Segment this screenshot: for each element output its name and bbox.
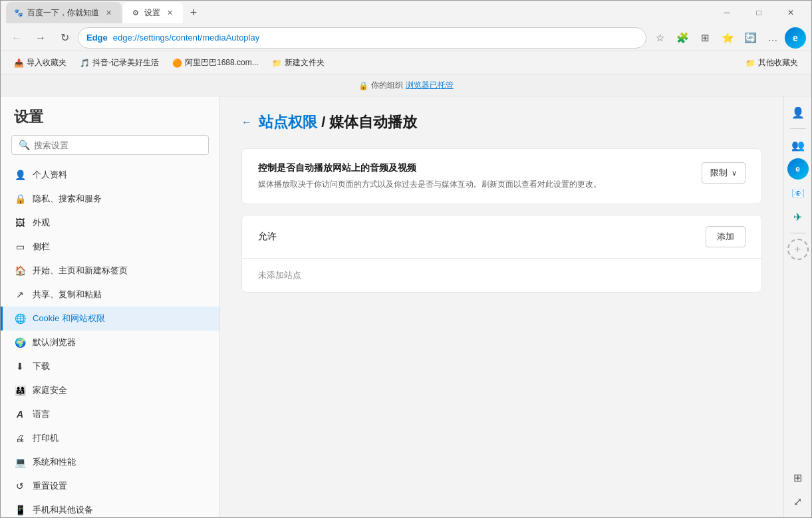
back-to-site-permissions[interactable]: ← — [241, 116, 252, 128]
new-tab-button[interactable]: + — [184, 3, 203, 22]
family-label: 家庭安全 — [33, 384, 67, 396]
language-label: 语言 — [33, 408, 50, 420]
mobile-label: 手机和其他设备 — [33, 504, 93, 516]
bookmarks-bar: 📥 导入收藏夹 🎵 抖音-记录美好生活 🟠 阿里巴巴1688.com... 📁 … — [1, 51, 811, 75]
minimize-button[interactable]: ─ — [712, 2, 742, 23]
bookmark-folder-label: 新建文件夹 — [285, 57, 325, 68]
cookies-label: Cookie 和网站权限 — [33, 313, 105, 324]
sidebar-item-privacy[interactable]: 🔒 隐私、搜索和服务 — [1, 187, 219, 211]
bookmark-import-label: 导入收藏夹 — [27, 57, 67, 68]
rt-teams-button[interactable]: ✈ — [787, 206, 809, 227]
profile-button[interactable]: 🔄 — [740, 27, 761, 49]
more-button[interactable]: … — [762, 27, 783, 49]
bookmark-other-icon: 📁 — [745, 59, 755, 68]
org-link[interactable]: 浏览器已托管 — [406, 80, 454, 91]
sidebar-item-mobile[interactable]: 📱 手机和其他设备 — [1, 498, 219, 517]
sidebar-item-print[interactable]: 🖨 打印机 — [1, 426, 219, 450]
browser-frame: 🐾 百度一下，你就知道 ✕ ⚙ 设置 ✕ + ─ □ ✕ ← → ↻ Edge … — [0, 0, 812, 518]
search-box[interactable]: 🔍 — [11, 135, 209, 155]
tab-baidu[interactable]: 🐾 百度一下，你就知道 ✕ — [6, 2, 122, 23]
bookmark-folder[interactable]: 📁 新建文件夹 — [267, 55, 330, 71]
sidebar-item-appearance[interactable]: 🖼 外观 — [1, 211, 219, 235]
tab-settings-title: 设置 — [144, 7, 160, 19]
sidebar-item-family[interactable]: 👨‍👩‍👧 家庭安全 — [1, 378, 219, 402]
rt-expand-button[interactable]: ⤢ — [787, 491, 809, 512]
rt-separator-2 — [790, 233, 806, 233]
maximize-button[interactable]: □ — [744, 2, 774, 23]
dropdown-label: 限制 — [710, 167, 728, 179]
main-area: 设置 🔍 👤 个人资料 🔒 隐私、搜索和服务 🖼 外观 ▭ 侧栏 — [1, 96, 811, 517]
sidebar-logo: 设置 — [1, 96, 219, 135]
bookmark-alibaba[interactable]: 🟠 阿里巴巴1688.com... — [167, 55, 264, 71]
allow-section: 允许 添加 未添加站点 — [241, 215, 762, 293]
rt-add-button[interactable]: + — [787, 239, 809, 260]
autoplay-dropdown[interactable]: 限制 ∨ — [702, 162, 745, 184]
sidebar-item-sidebar[interactable]: ▭ 侧栏 — [1, 235, 219, 259]
add-site-button[interactable]: 添加 — [706, 226, 745, 247]
rt-outlook-button[interactable]: 📧 — [787, 182, 809, 203]
back-button[interactable]: ← — [6, 27, 27, 49]
edge-logo: e — [785, 27, 806, 49]
bookmark-other[interactable]: 📁 其他收藏夹 — [740, 55, 803, 71]
collections-button[interactable]: ⊞ — [694, 27, 716, 49]
bookmark-import[interactable]: 📥 导入收藏夹 — [9, 55, 72, 71]
privacy-icon: 🔒 — [14, 193, 26, 205]
toolbar: ← → ↻ Edge edge://settings/content/media… — [1, 25, 811, 51]
print-icon: 🖨 — [14, 432, 26, 444]
tab-bar: 🐾 百度一下，你就知道 ✕ ⚙ 设置 ✕ + — [6, 2, 708, 23]
address-bar[interactable]: Edge edge://settings/content/mediaAutopl… — [78, 27, 646, 49]
bookmarks-right: 📁 其他收藏夹 — [740, 55, 803, 71]
sidebar-item-download[interactable]: ⬇ 下载 — [1, 354, 219, 378]
org-lock-icon: 🔒 — [358, 81, 368, 90]
bookmark-other-label: 其他收藏夹 — [758, 57, 798, 68]
allow-title: 允许 — [258, 231, 277, 243]
bookmark-douyin[interactable]: 🎵 抖音-记录美好生活 — [74, 55, 164, 71]
share-icon: ↗ — [14, 289, 26, 301]
control-card-row: 控制是否自动播放网站上的音频及视频 媒体播放取决于你访问页面的方式以及你过去是否… — [258, 162, 745, 190]
control-card-description: 媒体播放取决于你访问页面的方式以及你过去是否与媒体互动。刷新页面以查看对此设置的… — [258, 178, 601, 190]
rt-edge-button[interactable]: e — [787, 158, 809, 180]
tab-baidu-close[interactable]: ✕ — [103, 7, 114, 18]
family-icon: 👨‍👩‍👧 — [14, 384, 26, 396]
sidebar-item-language[interactable]: A 语言 — [1, 402, 219, 426]
privacy-label: 隐私、搜索和服务 — [33, 193, 102, 205]
sidebar-item-reset[interactable]: ↺ 重置设置 — [1, 474, 219, 498]
allow-body: 未添加站点 — [242, 259, 761, 292]
system-label: 系统和性能 — [33, 456, 76, 468]
rt-profile-button[interactable]: 👤 — [787, 102, 809, 123]
print-label: 打印机 — [33, 432, 59, 444]
control-card: 控制是否自动播放网站上的音频及视频 媒体播放取决于你访问页面的方式以及你过去是否… — [241, 148, 762, 204]
mobile-icon: 📱 — [14, 504, 26, 516]
forward-button[interactable]: → — [30, 27, 51, 49]
search-input[interactable] — [34, 140, 202, 150]
reset-label: 重置设置 — [33, 480, 67, 492]
page-header: ← 站点权限 / 媒体自动播放 — [241, 112, 762, 132]
rt-settings-bottom[interactable]: ⊞ — [787, 467, 809, 488]
profile-label: 个人资料 — [33, 169, 67, 181]
profile-icon: 👤 — [14, 169, 26, 181]
sidebar-item-cookies[interactable]: 🌐 Cookie 和网站权限 — [1, 307, 219, 330]
cookies-icon: 🌐 — [14, 313, 26, 324]
bookmark-douyin-icon: 🎵 — [80, 59, 90, 68]
default-label: 默认浏览器 — [33, 336, 76, 348]
close-window-button[interactable]: ✕ — [775, 2, 806, 23]
bookmark-alibaba-icon: 🟠 — [172, 59, 182, 68]
breadcrumb-parent[interactable]: 站点权限 — [259, 114, 317, 130]
tab-settings[interactable]: ⚙ 设置 ✕ — [123, 2, 183, 23]
sidebar-item-profile[interactable]: 👤 个人资料 — [1, 163, 219, 187]
edge-brand-icon: Edge — [86, 33, 108, 43]
tab-settings-close[interactable]: ✕ — [164, 7, 175, 18]
page-title: 站点权限 / 媒体自动播放 — [259, 112, 417, 132]
sidebar-item-system[interactable]: 💻 系统和性能 — [1, 450, 219, 474]
allow-header: 允许 添加 — [242, 215, 761, 259]
rt-users-button[interactable]: 👥 — [787, 134, 809, 156]
sidebar-item-startup[interactable]: 🏠 开始、主页和新建标签页 — [1, 259, 219, 283]
current-page-title: 媒体自动播放 — [329, 114, 417, 130]
extensions-button[interactable]: 🧩 — [672, 27, 693, 49]
favorites-button[interactable]: ⭐ — [717, 27, 738, 49]
star-button[interactable]: ☆ — [649, 27, 670, 49]
address-url: edge://settings/content/mediaAutoplay — [113, 33, 638, 43]
sidebar-item-share[interactable]: ↗ 共享、复制和粘贴 — [1, 283, 219, 307]
refresh-button[interactable]: ↻ — [54, 27, 75, 49]
sidebar-item-default[interactable]: 🌍 默认浏览器 — [1, 330, 219, 354]
